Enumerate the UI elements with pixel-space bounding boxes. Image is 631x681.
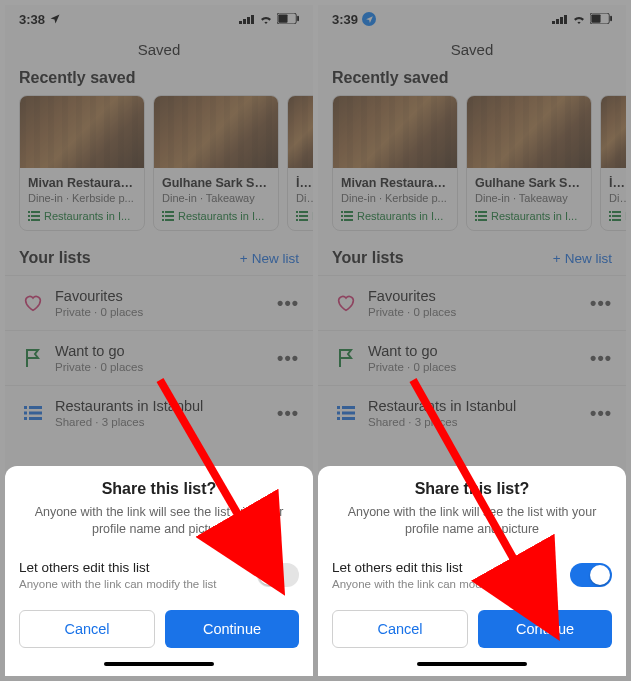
plus-icon: + — [553, 251, 561, 266]
card-title: İstan — [609, 176, 626, 190]
section-recently-saved-title: Recently saved — [5, 65, 313, 95]
svg-rect-15 — [162, 215, 164, 217]
wifi-icon — [259, 12, 273, 27]
sheet-title: Share this list? — [332, 480, 612, 498]
list-meta: Shared · 3 places — [55, 416, 277, 428]
section-recently-saved-title: Recently saved — [318, 65, 626, 95]
list-row-restaurants-istanbul[interactable]: Restaurants in Istanbul Shared · 3 place… — [5, 385, 313, 440]
svg-rect-28 — [29, 412, 42, 415]
svg-rect-25 — [24, 406, 27, 409]
svg-rect-33 — [556, 19, 559, 24]
svg-rect-7 — [28, 211, 30, 213]
list-row-want-to-go[interactable]: Want to go Private · 0 places ••• — [5, 330, 313, 385]
svg-rect-19 — [296, 211, 298, 213]
list-icon — [332, 406, 360, 420]
list-meta: Private · 0 places — [368, 306, 590, 318]
more-icon[interactable]: ••• — [277, 293, 299, 314]
edit-toggle[interactable] — [570, 563, 612, 587]
list-row-want-to-go[interactable]: Want to go Private · 0 places ••• — [318, 330, 626, 385]
svg-rect-21 — [296, 215, 298, 217]
wifi-icon — [572, 12, 586, 27]
svg-rect-47 — [475, 215, 477, 217]
list-row-favourites[interactable]: Favourites Private · 0 places ••• — [318, 275, 626, 330]
list-name: Restaurants in Istanbul — [55, 398, 277, 414]
svg-rect-46 — [478, 211, 487, 213]
new-list-button[interactable]: + New list — [553, 251, 612, 266]
location-icon — [49, 13, 61, 25]
svg-rect-8 — [31, 211, 40, 213]
more-icon[interactable]: ••• — [590, 403, 612, 424]
new-list-button[interactable]: + New list — [240, 251, 299, 266]
card-subtitle: Dine-in · Kerbside p... — [28, 192, 136, 204]
card-istan-partial[interactable]: İstan Dine- Re — [287, 95, 313, 231]
recently-saved-cards[interactable]: Mivan Restauran... Dine-in · Kerbside p.… — [5, 95, 313, 245]
list-name: Want to go — [55, 343, 277, 359]
location-active-icon — [362, 12, 376, 26]
list-meta: Private · 0 places — [55, 361, 277, 373]
svg-rect-43 — [341, 219, 343, 221]
svg-rect-10 — [31, 215, 40, 217]
card-title: Mivan Restauran... — [28, 176, 136, 190]
svg-rect-39 — [341, 211, 343, 213]
home-indicator[interactable] — [104, 662, 214, 667]
more-icon[interactable]: ••• — [590, 293, 612, 314]
svg-rect-17 — [162, 219, 164, 221]
svg-rect-58 — [342, 406, 355, 409]
list-name: Want to go — [368, 343, 590, 359]
card-mivan[interactable]: Mivan Restauran... Dine-in · Kerbside p.… — [19, 95, 145, 231]
list-meta: Private · 0 places — [368, 361, 590, 373]
page-title: Saved — [318, 33, 626, 65]
sheet-title: Share this list? — [19, 480, 299, 498]
svg-rect-23 — [296, 219, 298, 221]
card-mivan[interactable]: Mivan Restauran... Dine-in · Kerbside p.… — [332, 95, 458, 231]
svg-rect-60 — [342, 412, 355, 415]
cancel-button[interactable]: Cancel — [19, 610, 155, 648]
flag-icon — [19, 348, 47, 368]
svg-rect-20 — [299, 211, 308, 213]
home-indicator[interactable] — [417, 662, 527, 667]
svg-rect-3 — [251, 15, 254, 24]
card-gulhane[interactable]: Gulhane Sark So... Dine-in · Takeaway Re… — [466, 95, 592, 231]
phone-left: 3:38 Saved Recently saved Mivan Restaura… — [5, 5, 313, 676]
flag-icon — [332, 348, 360, 368]
svg-rect-0 — [239, 21, 242, 24]
more-icon[interactable]: ••• — [590, 348, 612, 369]
continue-button[interactable]: Continue — [478, 610, 612, 648]
sheet-subtitle: Anyone with the link will see the list w… — [332, 504, 612, 538]
status-bar: 3:38 — [5, 5, 313, 33]
edit-toggle[interactable] — [257, 563, 299, 587]
more-icon[interactable]: ••• — [277, 403, 299, 424]
card-list-chip: Restaurants in I... — [162, 210, 270, 222]
card-list-chip: Re — [609, 210, 626, 222]
svg-rect-50 — [478, 219, 487, 221]
svg-rect-55 — [609, 219, 611, 221]
edit-sublabel: Anyone with the link can modify the list — [19, 578, 217, 590]
svg-rect-59 — [337, 412, 340, 415]
edit-label: Let others edit this list — [332, 560, 530, 575]
section-your-lists-title: Your lists — [332, 249, 404, 267]
list-meta: Private · 0 places — [55, 306, 277, 318]
card-subtitle: Dine-in · Takeaway — [162, 192, 270, 204]
card-image — [467, 96, 591, 168]
recently-saved-cards[interactable]: Mivan Restauran... Dine-in · Kerbside p.… — [318, 95, 626, 245]
card-image — [20, 96, 144, 168]
svg-rect-14 — [165, 211, 174, 213]
svg-rect-11 — [28, 219, 30, 221]
card-image — [288, 96, 313, 168]
cancel-button[interactable]: Cancel — [332, 610, 468, 648]
list-row-favourites[interactable]: Favourites Private · 0 places ••• — [5, 275, 313, 330]
svg-rect-52 — [612, 211, 621, 213]
svg-rect-44 — [344, 219, 353, 221]
card-istan-partial[interactable]: İstan Dine- Re — [600, 95, 626, 231]
svg-rect-6 — [297, 15, 299, 21]
more-icon[interactable]: ••• — [277, 348, 299, 369]
status-time: 3:39 — [332, 12, 358, 27]
continue-button[interactable]: Continue — [165, 610, 299, 648]
list-row-restaurants-istanbul[interactable]: Restaurants in Istanbul Shared · 3 place… — [318, 385, 626, 440]
battery-icon — [590, 12, 612, 27]
battery-icon — [277, 12, 299, 27]
card-title: Mivan Restauran... — [341, 176, 449, 190]
card-gulhane[interactable]: Gulhane Sark So... Dine-in · Takeaway Re… — [153, 95, 279, 231]
card-subtitle: Dine- — [296, 192, 313, 204]
svg-rect-16 — [165, 215, 174, 217]
